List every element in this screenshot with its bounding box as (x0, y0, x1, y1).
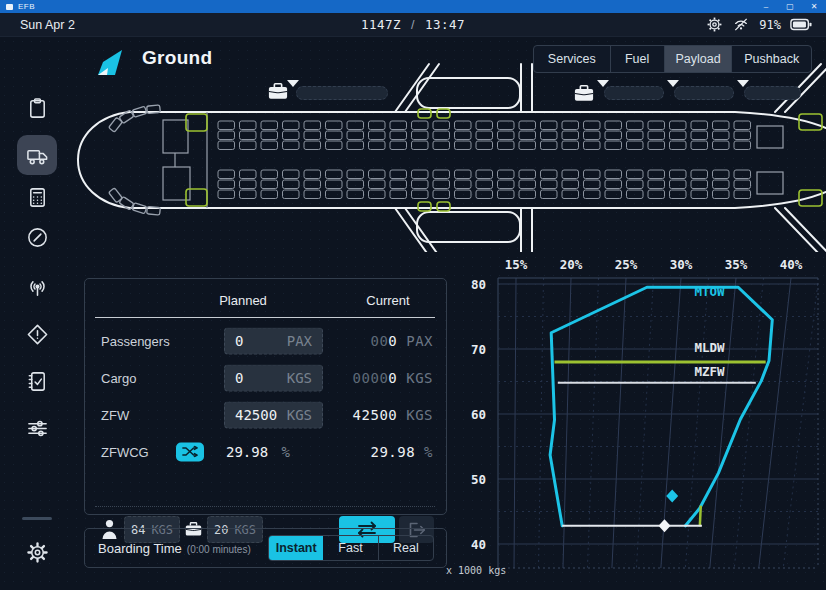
seat (691, 180, 708, 189)
window-minimize-button[interactable]: – (754, 0, 778, 13)
seat (627, 170, 644, 179)
seat (562, 121, 579, 130)
boarding-option-instant[interactable]: Instant (269, 536, 323, 560)
seat (562, 141, 579, 150)
fwd-cargo-load-bar[interactable] (296, 86, 388, 100)
cg-envelope-chart: 15%20%25%30%35%40%8070605040x 1000 kgsMT… (440, 250, 826, 588)
exit-door (186, 114, 207, 131)
seat (455, 141, 472, 150)
cargo-label: Cargo (101, 370, 136, 385)
cockpit-window (119, 110, 134, 123)
seat (519, 131, 536, 140)
seat (519, 190, 536, 199)
current-column-header: Current (343, 293, 433, 308)
cockpit-window (119, 197, 134, 210)
seat (476, 180, 493, 189)
seat (412, 190, 429, 199)
seat (605, 190, 622, 199)
sidebar-item-compass[interactable] (17, 217, 57, 257)
battery-icon (790, 18, 812, 31)
boarding-option-fast[interactable]: Fast (323, 536, 378, 560)
seat (670, 121, 687, 130)
efb-screen: EFB – ▢ ✕ Sun Apr 2 1147Z / 13:47 (0, 0, 826, 590)
passengers-planned-input[interactable]: 0 PAX (224, 327, 323, 354)
y-axis-tick: 50 (471, 472, 486, 487)
limit-label-mldw: MLDW (695, 340, 726, 355)
seat (498, 141, 515, 150)
seat (498, 121, 515, 130)
seat (347, 170, 364, 179)
seat (541, 170, 558, 179)
sidebar-item-clipboard[interactable] (17, 88, 57, 128)
zfw-planned-input[interactable]: 42500 KGS (224, 401, 323, 428)
seat (627, 141, 644, 150)
seat (218, 190, 235, 199)
seat (584, 131, 601, 140)
seat (455, 131, 472, 140)
wing-line (785, 208, 826, 252)
seat (541, 180, 558, 189)
seat (670, 180, 687, 189)
seat (261, 121, 278, 130)
seat (648, 180, 665, 189)
x-axis-tick: 15% (505, 257, 528, 272)
exit-door (186, 189, 207, 206)
seat (713, 180, 730, 189)
seat (584, 141, 601, 150)
aft-cargo-load-bar-1[interactable] (604, 86, 664, 100)
sidebar-item-gear[interactable] (17, 532, 57, 572)
fwd-cargo-caret-icon[interactable] (287, 80, 299, 87)
zfwcg-randomize-button[interactable] (176, 442, 204, 461)
shuffle-icon (182, 446, 198, 458)
local-time: 13:47 (425, 17, 465, 32)
rear-galley (757, 172, 783, 194)
engine-nacelle-right (417, 212, 520, 242)
grid-line-vertical (538, 278, 543, 568)
x-axis-tick: 40% (780, 257, 803, 272)
window-close-button[interactable]: ✕ (802, 0, 826, 13)
sidebar-item-checklist[interactable] (17, 361, 57, 401)
aft-cargo-load-bar-2[interactable] (674, 86, 734, 100)
sidebar-item-sliders[interactable] (17, 408, 57, 448)
seat (648, 121, 665, 130)
seat (390, 170, 407, 179)
zfw-row: ZFW 42500 KGS 42500 KGS (85, 396, 446, 433)
seat (283, 141, 300, 150)
seat (369, 141, 386, 150)
seat (627, 131, 644, 140)
antenna-icon (26, 275, 49, 298)
seat (519, 141, 536, 150)
warning-diamond-icon (26, 323, 49, 346)
wifi-off-icon (732, 16, 750, 33)
seat (541, 141, 558, 150)
status-gear-icon[interactable] (706, 16, 723, 33)
current-cg-marker (659, 519, 671, 532)
cargo-current-value: 00000 KGS (353, 370, 433, 386)
boarding-option-real[interactable]: Real (379, 536, 433, 560)
sidebar-item-antenna[interactable] (17, 266, 57, 306)
seat (498, 180, 515, 189)
planned-column-header: Planned (198, 293, 288, 308)
seat (326, 131, 343, 140)
seat (648, 170, 665, 179)
cargo-planned-input[interactable]: 0 KGS (224, 364, 323, 391)
aft-cargo-briefcase-icon (574, 84, 594, 102)
window-maximize-button[interactable]: ▢ (778, 0, 802, 13)
aft-cargo-load-bar-3[interactable] (744, 86, 801, 100)
seat (541, 131, 558, 140)
y-axis-tick: 60 (471, 407, 486, 422)
footer-divider (95, 506, 435, 507)
seat (605, 170, 622, 179)
efb-app: Ground ServicesFuelPayloadPushback (0, 37, 826, 590)
sidebar-item-calculator[interactable] (17, 177, 57, 217)
sidebar-item-warning-diamond[interactable] (17, 314, 57, 354)
seat (498, 131, 515, 140)
sidebar-item-ground-truck[interactable] (17, 135, 57, 175)
seat (326, 170, 343, 179)
seat (476, 131, 493, 140)
sidebar-divider (22, 517, 52, 520)
battery-percent: 91% (759, 18, 781, 32)
zfwcg-row: ZFWCG 29.98 % 29.98 % (85, 433, 446, 470)
y-axis-tick: 70 (471, 342, 486, 357)
grid-line-vertical (612, 278, 626, 568)
